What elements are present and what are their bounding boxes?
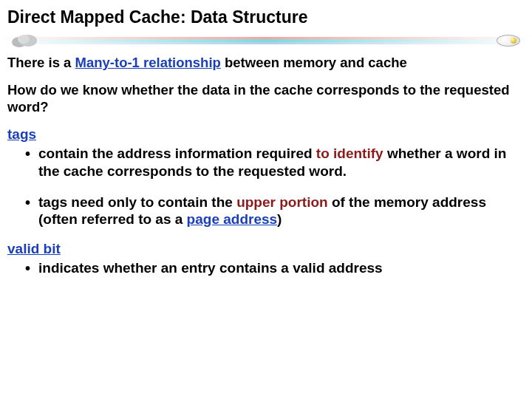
title-divider	[0, 30, 532, 50]
tags-bullet-2: tags need only to contain the upper port…	[7, 194, 525, 229]
valid-bit-heading: valid bit	[7, 240, 525, 258]
intro-line-1: There is a Many-to-1 relationship betwee…	[7, 54, 525, 71]
tags-bullet-1: contain the address information required…	[7, 145, 525, 180]
slide-body: There is a Many-to-1 relationship betwee…	[0, 54, 532, 277]
tags-heading: tags	[7, 126, 525, 143]
text: )	[277, 211, 282, 227]
tags-block: tags contain the address information req…	[7, 126, 525, 228]
text: contain the address information required	[38, 146, 316, 161]
valid-bit-block: valid bit indicates whether an entry con…	[7, 240, 525, 277]
valid-bit-bullet-1: indicates whether an entry contains a va…	[7, 259, 525, 277]
emphasis-upper-portion: upper portion	[236, 194, 327, 210]
text: between memory and cache	[221, 55, 407, 70]
relationship-phrase: Many-to-1 relationship	[75, 55, 221, 70]
emphasis-identify: to identify	[316, 146, 383, 161]
emphasis-page-address: page address	[187, 211, 278, 227]
slide-title: Direct Mapped Cache: Data Structure	[0, 0, 532, 30]
orb-icon	[497, 35, 520, 47]
intro-question: How do we know whether the data in the c…	[7, 81, 525, 115]
text: tags need only to contain the	[38, 194, 236, 210]
text: There is a	[7, 55, 75, 70]
